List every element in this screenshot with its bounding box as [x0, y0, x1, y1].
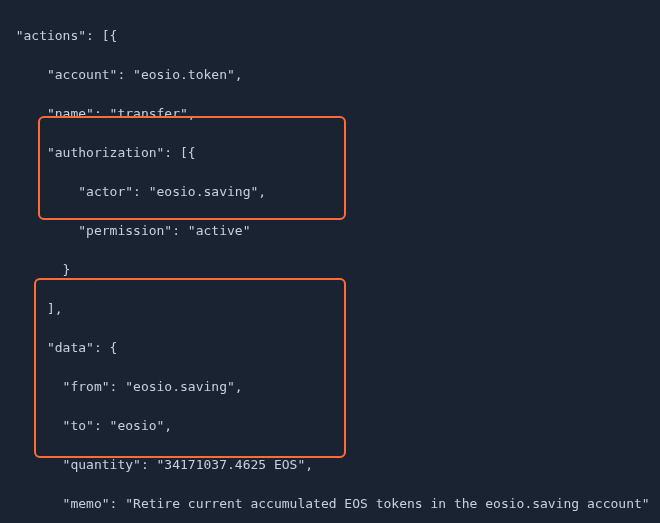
code-line: "memo": "Retire current accumulated EOS … [0, 494, 660, 514]
code-line: "quantity": "34171037.4625 EOS", [0, 455, 660, 475]
code-line: ], [0, 299, 660, 319]
code-line: "permission": "active" [0, 221, 660, 241]
code-line: "to": "eosio", [0, 416, 660, 436]
code-line: "actions": [{ [0, 26, 660, 46]
code-line: } [0, 260, 660, 280]
code-line: "name": "transfer", [0, 104, 660, 124]
code-line: "actor": "eosio.saving", [0, 182, 660, 202]
code-line: "from": "eosio.saving", [0, 377, 660, 397]
code-line: "data": { [0, 338, 660, 358]
code-line: "authorization": [{ [0, 143, 660, 163]
code-block: "actions": [{ "account": "eosio.token", … [0, 0, 660, 523]
code-line: "account": "eosio.token", [0, 65, 660, 85]
